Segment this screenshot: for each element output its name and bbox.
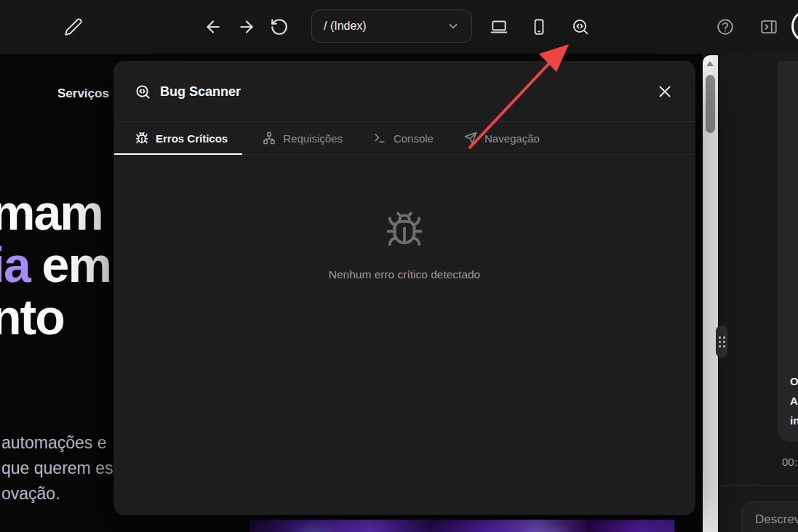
top-toolbar: / (Index) (0, 0, 798, 54)
page-selector-dropdown[interactable]: / (Index) (311, 9, 472, 43)
tab-erros-criticos[interactable]: Erros Críticos (114, 122, 242, 154)
bug-scanner-tabs: Erros Críticos Requisições Console Naveg… (114, 122, 695, 155)
search-code-icon (135, 84, 151, 100)
chat-input[interactable]: Descrev (741, 501, 798, 532)
hero-paragraph: automações e que querem es ovação. (1, 430, 113, 507)
toggle-sidebar-icon[interactable] (759, 17, 778, 36)
panel-title: Bug Scanner (160, 84, 241, 100)
chat-message-bubble: O A in (778, 61, 798, 442)
bug-scanner-header: Bug Scanner (114, 62, 695, 122)
chat-input-placeholder: Descrev (755, 512, 798, 527)
scroll-up-arrow-icon[interactable] (706, 61, 714, 66)
close-icon[interactable] (655, 82, 674, 101)
forward-arrow-icon[interactable] (237, 17, 256, 36)
refresh-icon[interactable] (270, 17, 289, 36)
hero-image (250, 520, 674, 532)
bug-scanner-panel: Bug Scanner Erros Críticos Requisições C… (114, 62, 695, 515)
terminal-icon (373, 132, 386, 145)
empty-state-message: Nenhum erro crítico detectado (329, 268, 481, 281)
edit-pencil-icon[interactable] (64, 17, 83, 36)
chat-sidebar: O A in 00: Descrev (718, 54, 798, 532)
bug-icon (135, 132, 148, 145)
grip-dots-icon (719, 336, 725, 347)
hero-line-3: nto (0, 291, 111, 343)
empty-state: Nenhum erro crítico detectado (114, 155, 695, 281)
hero-heading: mam ia em nto (0, 186, 111, 343)
chat-message-text: O A in (790, 371, 798, 430)
back-arrow-icon[interactable] (204, 17, 223, 36)
scrollbar-thumb[interactable] (706, 75, 715, 133)
hero-accent-text: ia (0, 237, 30, 292)
network-icon (263, 132, 276, 145)
mobile-view-icon[interactable] (530, 17, 548, 36)
tab-console[interactable]: Console (363, 122, 444, 154)
nav-link-servicos[interactable]: Serviços (57, 86, 109, 101)
app-window: / (Index) Serviços mam ia em nto automaç… (0, 0, 798, 532)
bug-empty-icon (385, 210, 424, 249)
viewport-scrollbar[interactable] (703, 55, 718, 532)
chat-divider (719, 485, 798, 486)
bug-scanner-toolbar-icon[interactable] (571, 17, 590, 36)
tab-requisicoes[interactable]: Requisições (252, 122, 353, 154)
hero-line-2: ia em (0, 238, 111, 291)
page-selector-value: / (Index) (324, 20, 367, 33)
tab-navegacao[interactable]: Navegação (454, 122, 550, 154)
hero-line-1: mam (0, 186, 111, 238)
avatar[interactable] (791, 9, 798, 43)
send-icon (464, 132, 477, 145)
chevron-down-icon (447, 20, 460, 33)
panel-resize-handle[interactable] (716, 326, 727, 358)
desktop-view-icon[interactable] (490, 17, 508, 36)
help-icon[interactable] (716, 17, 735, 36)
chat-timestamp: 00: (782, 456, 797, 468)
